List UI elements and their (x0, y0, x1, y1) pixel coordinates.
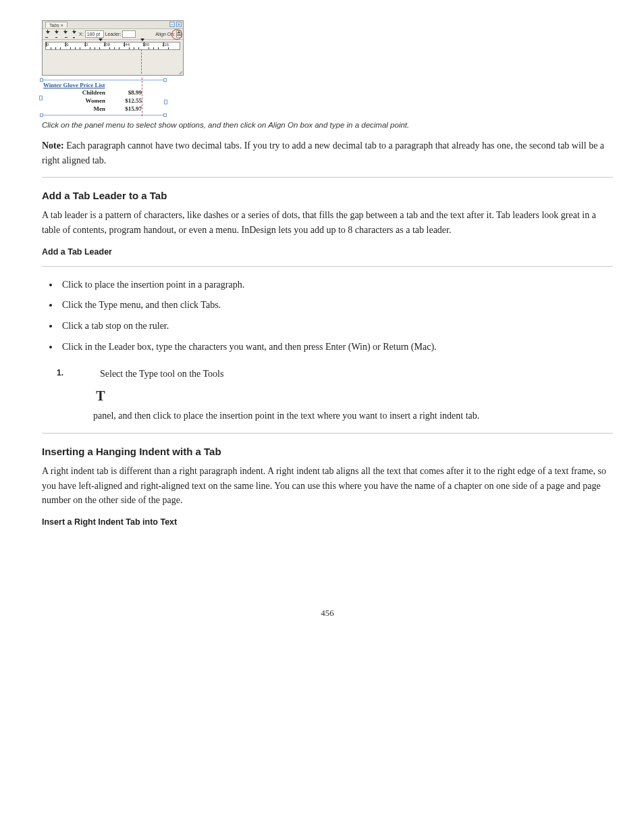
tab-stop-marker[interactable] (140, 38, 144, 41)
ruler-area: 0 36 72 108 144 180 216 (43, 40, 183, 75)
frame-handle[interactable] (163, 78, 167, 82)
step-item: Click to place the insertion point in a … (59, 276, 613, 294)
section-divider (42, 177, 613, 178)
panel-tab-label: Tabs × (45, 22, 68, 28)
price-row: Children $8.99 (42, 88, 165, 97)
center-tab-icon[interactable] (53, 30, 60, 38)
subheading-insert-right-indent: Insert a Right Indent Tab into Text (42, 517, 613, 527)
resize-grip-icon[interactable] (178, 70, 182, 74)
close-icon[interactable]: × (176, 22, 182, 27)
heading-hanging-indent: Inserting a Hanging Indent with a Tab (42, 446, 613, 457)
step-item: Click the Type menu, and then click Tabs… (59, 296, 613, 315)
section-divider (42, 266, 613, 267)
price-row-label: Men (42, 105, 109, 113)
frame-handle[interactable] (163, 113, 167, 117)
price-row-label: Children (42, 88, 109, 97)
ruler-number: 72 (84, 43, 88, 47)
figure-caption: Click on the panel menu to select show o… (42, 120, 613, 130)
ruler-number: 0 (47, 43, 49, 47)
decimal-tab-icon[interactable] (70, 30, 78, 38)
frame-out-port[interactable] (164, 99, 167, 104)
price-row-label: Women (42, 97, 109, 105)
price-row: Women $12.55 (42, 97, 165, 105)
frame-in-port[interactable] (39, 95, 43, 100)
step-rest-text: panel, and then click to place the inser… (93, 409, 613, 423)
tabs-panel: Tabs × – × X: 18 (42, 20, 184, 76)
panel-titlebar: Tabs × – × (43, 21, 183, 29)
sample-text-frame: Winter Glove Price List Children $8.99 W… (42, 80, 165, 115)
heading-add-tab-leader-to-tab: Add a Tab Leader to a Tab (42, 190, 613, 201)
red-circle-annotation (171, 29, 182, 40)
tab-guide-line (141, 49, 142, 74)
page-number: 456 (42, 608, 613, 619)
subheading-add-tab-leader: Add a Tab Leader (42, 247, 613, 257)
step-item: Click a tab stop on the ruler. (59, 317, 613, 336)
price-row-value: $12.55 (109, 97, 142, 105)
tab-stop-marker[interactable] (99, 38, 103, 41)
panel-toolbar: X: 180 pt Leader: Align On: (43, 29, 183, 40)
steps-list: Click to place the insertion point in a … (42, 276, 613, 356)
price-row: Men $15.97 (42, 105, 165, 113)
frame-handle[interactable] (40, 113, 43, 117)
note-paragraph: Note: Each paragraph cannot have two dec… (42, 138, 613, 167)
section-divider (42, 433, 613, 434)
step-item: Click in the Leader box, type the charac… (59, 338, 613, 357)
type-tool-glyph-icon: T (93, 387, 108, 405)
tabs-panel-figure: Tabs × – × X: 18 (42, 20, 184, 76)
tab-guide-line (142, 78, 142, 116)
hanging-body: A right indent tab is different than a r… (42, 464, 613, 508)
price-list-title: Winter Glove Price List (42, 82, 165, 88)
price-row-value: $15.97 (109, 105, 142, 113)
ruler-number: 36 (64, 43, 69, 47)
ruler[interactable]: 0 36 72 108 144 180 216 (45, 42, 180, 50)
leader-label: Leader: (105, 32, 122, 36)
step-number: 1. (57, 368, 66, 377)
note-body: Each paragraph cannot have two decimal t… (42, 140, 604, 165)
x-label: X: (79, 32, 84, 36)
frame-handle[interactable] (40, 78, 43, 82)
step-lead-text: Select the Type tool on the Tools (100, 368, 223, 380)
panel-window-controls: – × (169, 22, 182, 27)
price-row-value: $8.99 (109, 88, 142, 97)
note-label: Note: (42, 140, 64, 151)
step-row: 1. Select the Type tool on the Tools (57, 368, 613, 380)
tab-leader-body: A tab leader is a pattern of characters,… (42, 208, 613, 237)
minimize-icon[interactable]: – (169, 22, 175, 27)
left-tab-icon[interactable] (44, 30, 51, 38)
x-field[interactable]: 180 pt (85, 30, 104, 38)
leader-field[interactable] (122, 30, 136, 38)
right-tab-icon[interactable] (61, 30, 69, 38)
